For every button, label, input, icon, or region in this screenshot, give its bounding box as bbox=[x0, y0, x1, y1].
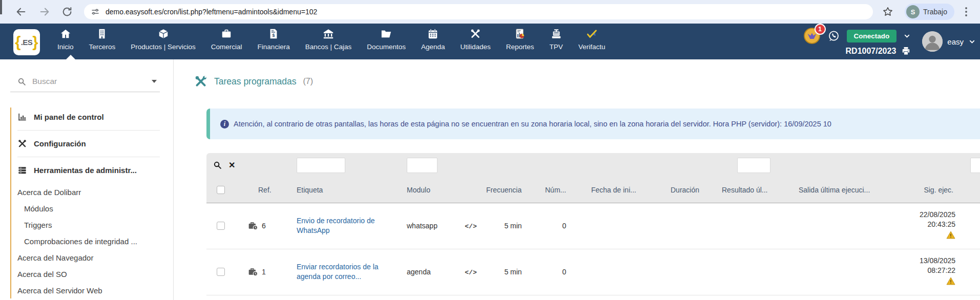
profile-name: Trabajo bbox=[923, 8, 947, 16]
home-icon bbox=[60, 28, 71, 39]
user-avatar[interactable] bbox=[922, 31, 943, 52]
warning-icon bbox=[946, 231, 955, 239]
sidebar-link-acerca-so[interactable]: Acerca del SO bbox=[17, 266, 162, 282]
code-icon: </> bbox=[465, 269, 476, 276]
reload-icon[interactable] bbox=[61, 6, 73, 17]
nav-item-comercial[interactable]: Comercial bbox=[203, 24, 250, 59]
main-menu: Inicio Terceros Productos | Servicios Co… bbox=[50, 24, 613, 59]
filter-modulo-input[interactable] bbox=[407, 158, 437, 173]
info-icon: i bbox=[220, 120, 229, 128]
nav-item-documentos[interactable]: Documentos bbox=[359, 24, 413, 59]
briefcase-icon bbox=[221, 28, 232, 39]
active-menu-notch bbox=[66, 55, 75, 59]
url-text[interactable]: demo.easysoft.es/cron/list.php?leftmenu=… bbox=[106, 8, 317, 16]
sidebar-link-acerca-navegador[interactable]: Acerca del Navegador bbox=[17, 249, 162, 266]
col-fecha-inicio[interactable]: Fecha de ini... bbox=[586, 177, 663, 203]
sidebar-link-modulos[interactable]: Módulos bbox=[17, 200, 162, 217]
job-ref[interactable]: 1 bbox=[262, 268, 266, 276]
cash-register-icon bbox=[551, 28, 562, 39]
forward-icon[interactable] bbox=[39, 6, 50, 17]
job-frequency: 5 min bbox=[484, 249, 540, 295]
sidebar-link-comprobaciones[interactable]: Comprobaciones de integridad ... bbox=[17, 233, 162, 249]
tools-icon bbox=[17, 139, 27, 148]
bank-icon bbox=[323, 28, 334, 39]
sidebar-link-triggers[interactable]: Triggers bbox=[17, 217, 162, 233]
sidebar-link-acerca-dolibarr[interactable]: Acerca de Dolibarr bbox=[17, 184, 162, 200]
nav-item-inicio[interactable]: Inicio bbox=[50, 24, 81, 59]
next-exec-date: 13/08/2025 bbox=[909, 256, 955, 266]
browser-profile-chip[interactable]: S Trabajo bbox=[905, 4, 954, 20]
job-frequency: 5 min bbox=[484, 203, 540, 249]
table-row: 1 Enviar recordatorios de la agenda por … bbox=[206, 249, 980, 295]
bookmark-star-icon[interactable] bbox=[882, 6, 893, 17]
module-emblem-icon[interactable]: 1 bbox=[803, 27, 821, 45]
col-ref[interactable]: Ref. bbox=[240, 177, 294, 203]
sidebar-item-configuracion[interactable]: Configuración bbox=[17, 134, 173, 153]
job-module: whatsapp bbox=[404, 203, 455, 249]
chevron-down-icon[interactable] bbox=[903, 32, 911, 40]
building-icon bbox=[96, 28, 108, 39]
cron-job-icon bbox=[248, 267, 258, 277]
warning-icon bbox=[946, 277, 955, 285]
nav-item-productos-servicios[interactable]: Productos | Servicios bbox=[123, 24, 203, 59]
cube-icon bbox=[158, 28, 169, 39]
col-resultado[interactable]: Resultado úl... bbox=[714, 177, 791, 203]
connection-status-badge[interactable]: Conectado bbox=[847, 30, 897, 42]
job-run-count: 0 bbox=[540, 203, 586, 249]
job-ref[interactable]: 6 bbox=[262, 222, 266, 230]
sidebar-link-acerca-servidor[interactable]: Acerca del Servidor Web bbox=[17, 282, 162, 298]
col-num[interactable]: Núm... bbox=[540, 177, 586, 203]
chevron-down-icon[interactable] bbox=[968, 38, 976, 46]
profile-avatar: S bbox=[906, 5, 920, 18]
job-label-link[interactable]: Enviar recordatorios de la agenda por co… bbox=[297, 262, 404, 282]
col-duracion[interactable]: Duración bbox=[663, 177, 714, 203]
browser-toolbar: demo.easysoft.es/cron/list.php?leftmenu=… bbox=[0, 0, 980, 24]
filter-clear-icon[interactable]: ✕ bbox=[228, 161, 235, 169]
nav-item-financiera[interactable]: $ Financiera bbox=[250, 24, 298, 59]
logo-brace-left: { bbox=[15, 35, 20, 50]
col-modulo[interactable]: Modulo bbox=[404, 177, 455, 203]
col-etiqueta[interactable]: Etiqueta bbox=[294, 177, 404, 203]
notification-badge[interactable]: 1 bbox=[815, 24, 826, 35]
row-checkbox[interactable] bbox=[217, 222, 225, 230]
sidebar-item-herramientas-admin[interactable]: Herramientas de administr... bbox=[17, 161, 173, 180]
user-menu[interactable]: easy bbox=[922, 31, 976, 52]
nav-item-verifactu[interactable]: Verifactu bbox=[571, 24, 613, 59]
page-title-count: (7) bbox=[303, 77, 314, 86]
nav-item-agenda[interactable]: Agenda bbox=[413, 24, 453, 59]
select-all-checkbox[interactable] bbox=[217, 186, 225, 194]
job-run-count: 0 bbox=[540, 249, 586, 295]
row-checkbox[interactable] bbox=[217, 268, 225, 276]
col-salida[interactable]: Salida última ejecuci... bbox=[791, 177, 906, 203]
scheduled-jobs-icon bbox=[194, 75, 207, 88]
whatsapp-icon[interactable] bbox=[827, 30, 840, 42]
sidebar-item-mi-panel[interactable]: Mi panel de control bbox=[17, 108, 173, 126]
top-navbar: {.ES} Inicio Terceros Productos | Servic… bbox=[0, 24, 980, 59]
search-input[interactable] bbox=[32, 77, 145, 86]
timezone-info-alert: i Atención, al contrario de otras pantal… bbox=[206, 109, 980, 139]
nav-item-reportes[interactable]: Reportes bbox=[498, 24, 542, 59]
job-label-link[interactable]: Envio de recordatorio de WhatsApp bbox=[297, 216, 404, 235]
filter-search-icon[interactable] bbox=[213, 161, 222, 169]
filter-resultado-input[interactable] bbox=[737, 158, 770, 173]
printer-icon[interactable] bbox=[901, 46, 911, 56]
search-dropdown-caret-icon[interactable] bbox=[152, 80, 157, 83]
site-info-icon[interactable] bbox=[91, 7, 100, 16]
next-exec-date: 22/08/2025 bbox=[909, 210, 955, 220]
next-exec-time: 20:43:25 bbox=[909, 220, 955, 230]
col-frecuencia[interactable]: Frecuencia bbox=[484, 177, 540, 203]
logo-brace-right: } bbox=[32, 35, 38, 50]
address-bar[interactable]: demo.easysoft.es/cron/list.php?leftmenu=… bbox=[84, 4, 873, 19]
nav-item-terceros[interactable]: Terceros bbox=[81, 24, 123, 59]
col-sig-ejec[interactable]: Sig. ejec. bbox=[906, 177, 963, 203]
invoice-icon: $ bbox=[268, 28, 279, 39]
filter-etiqueta-input[interactable] bbox=[297, 158, 345, 173]
nav-item-utilidades[interactable]: Utilidades bbox=[453, 24, 498, 59]
table-row: 6 Envio de recordatorio de WhatsApp what… bbox=[206, 203, 980, 249]
app-logo[interactable]: {.ES} bbox=[13, 29, 40, 55]
nav-item-tpv[interactable]: TPV bbox=[542, 24, 571, 59]
browser-menu-icon[interactable] bbox=[962, 6, 971, 17]
back-icon[interactable] bbox=[15, 6, 27, 17]
nav-item-bancos-cajas[interactable]: Bancos | Cajas bbox=[298, 24, 360, 59]
filter-sig-input[interactable] bbox=[970, 158, 980, 173]
